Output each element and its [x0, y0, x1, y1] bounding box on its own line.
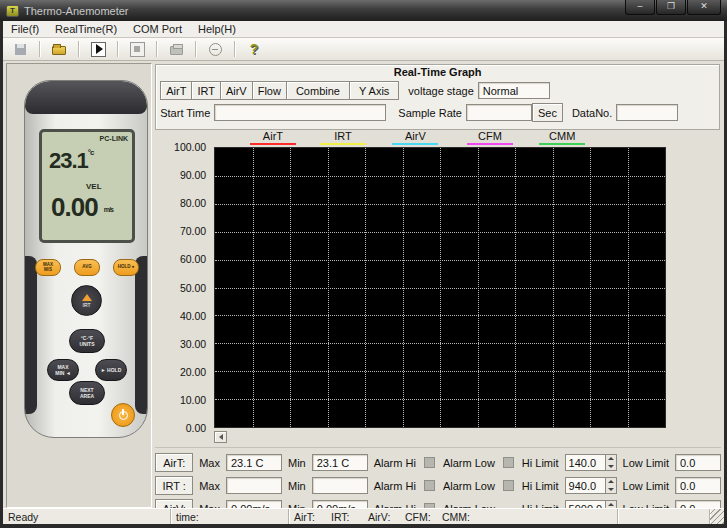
hi-limit-label: Hi Limit	[522, 480, 559, 492]
alarm-low-label: Alarm Low	[443, 480, 495, 492]
menu-help[interactable]: Help(H)	[190, 22, 244, 36]
menu-file[interactable]: File(f)	[3, 22, 47, 36]
graph-panel: Real-Time Graph AirT IRT AirV Flow Combi…	[154, 63, 722, 508]
save-button[interactable]	[7, 40, 33, 59]
y-axis-tick: 50.00	[180, 282, 206, 294]
irt-alarm-hi-led	[424, 480, 435, 491]
datano-label: DataNo.	[572, 107, 612, 119]
sample-rate-field[interactable]	[466, 104, 532, 121]
datano-field[interactable]	[616, 104, 678, 121]
sample-rate-label: Sample Rate	[398, 107, 462, 119]
device-units-button: °C·°F UNITS	[69, 329, 105, 353]
grid-line-horizontal	[215, 232, 665, 233]
y-axis-tick: 20.00	[180, 366, 206, 378]
grid-line-horizontal	[215, 399, 665, 400]
toolbar-separator	[78, 41, 79, 57]
title-bar[interactable]: T Thermo-Anemometer – ❐ ✕	[0, 0, 727, 21]
start-time-field[interactable]	[214, 104, 386, 121]
zoom-out-icon	[209, 43, 222, 56]
status-blank	[618, 509, 710, 524]
spin-up-icon[interactable]	[606, 478, 616, 486]
combine-button[interactable]: Combine	[286, 81, 350, 100]
status-meters: AirT:IRT:AirV:CFM:CMM:	[289, 509, 618, 524]
minimize-button[interactable]: –	[625, 0, 655, 15]
flow-tab-button[interactable]: Flow	[252, 81, 287, 100]
airt-tab-button[interactable]: AirT	[160, 81, 192, 100]
airv-low-limit-field[interactable]: 0.0	[675, 500, 721, 508]
device-lcd: PC-LINK 23.1°c VEL 0.00 m/s	[39, 129, 135, 243]
spin-up-icon[interactable]	[606, 455, 616, 463]
y-axis-button[interactable]: Y Axis	[349, 81, 399, 100]
open-button[interactable]	[46, 40, 72, 59]
close-button[interactable]: ✕	[687, 0, 721, 15]
voltage-stage-field[interactable]: Normal	[478, 82, 550, 99]
device-panel: PC-LINK 23.1°c VEL 0.00 m/s MAX M/S AVG …	[6, 63, 152, 508]
alarm-hi-label: Alarm Hi	[374, 503, 416, 509]
device-body: PC-LINK 23.1°c VEL 0.00 m/s MAX M/S AVG …	[24, 80, 148, 438]
lcd-pclink-label: PC-LINK	[100, 135, 128, 142]
toolbar: ?	[3, 38, 724, 61]
sec-button[interactable]: Sec	[532, 103, 563, 122]
airt-hi-limit-spinner[interactable]: 140.0	[565, 454, 617, 471]
menu-com-port[interactable]: COM Port	[125, 22, 190, 36]
start-button[interactable]	[85, 40, 111, 59]
irt-min-field	[312, 477, 368, 494]
help-button[interactable]: ?	[241, 40, 267, 59]
zoom-out-button[interactable]	[202, 40, 228, 59]
device-maxmin-button: MAX MIN ◄	[47, 359, 79, 381]
status-meter-cmm: CMM:	[442, 511, 479, 523]
stop-icon	[130, 42, 145, 57]
irt-row-button[interactable]: IRT :	[155, 476, 193, 495]
y-axis-tick: 60.00	[180, 253, 206, 265]
airv-hi-limit-spinner[interactable]: 5900.0	[565, 500, 617, 508]
airt-low-limit-field[interactable]: 0.0	[675, 454, 721, 471]
device-image: PC-LINK 23.1°c VEL 0.00 m/s MAX M/S AVG …	[24, 80, 148, 438]
airv-row: AirV: Max 0.00m/s Min 0.00m/s Alarm Hi A…	[155, 497, 721, 508]
airt-alarm-low-led	[503, 457, 514, 468]
print-button[interactable]	[163, 40, 189, 59]
grid-line-horizontal	[215, 288, 665, 289]
y-axis-tick: 70.00	[180, 225, 206, 237]
scroll-left-button[interactable]	[214, 431, 227, 443]
hi-limit-label: Hi Limit	[522, 457, 559, 469]
grid-line-horizontal	[215, 176, 665, 177]
save-icon	[15, 44, 26, 55]
grid-line-horizontal	[215, 204, 665, 205]
stop-button[interactable]	[124, 40, 150, 59]
chart-plot-area	[214, 147, 666, 428]
maximize-button[interactable]: ❐	[656, 0, 686, 15]
resize-grip[interactable]	[710, 509, 724, 524]
spin-down-icon[interactable]	[606, 463, 616, 471]
legend-color-bar	[250, 143, 296, 145]
chart-legend: AirTIRTAirVCFMCMM	[214, 130, 666, 146]
menu-bar: File(f) RealTime(R) COM Port Help(H)	[3, 21, 724, 38]
app-window: T Thermo-Anemometer – ❐ ✕ File(f) RealTi…	[0, 0, 727, 528]
legend-color-bar	[539, 143, 585, 145]
measurement-rows: AirT: Max 23.1 C Min 23.1 C Alarm Hi Ala…	[155, 447, 721, 508]
airv-row-button[interactable]: AirV:	[155, 499, 193, 508]
device-power-button	[111, 403, 135, 427]
y-axis-tick: 10.00	[180, 394, 206, 406]
airt-row-button[interactable]: AirT:	[155, 453, 193, 472]
graph-header-box: Real-Time Graph AirT IRT AirV Flow Combi…	[155, 64, 720, 130]
status-meter-airv: AirV:	[368, 511, 405, 523]
status-meter-cfm: CFM:	[405, 511, 442, 523]
spin-up-icon[interactable]	[606, 501, 616, 508]
irt-hi-limit-spinner[interactable]: 940.0	[565, 477, 617, 494]
print-icon	[170, 46, 183, 55]
status-bar: Ready time: AirT:IRT:AirV:CFM:CMM:	[3, 508, 724, 524]
irt-max-field	[226, 477, 282, 494]
airv-alarm-hi-led	[424, 503, 435, 508]
airt-min-field: 23.1 C	[312, 454, 368, 471]
irt-tab-button[interactable]: IRT	[191, 81, 221, 100]
airv-tab-button[interactable]: AirV	[220, 81, 253, 100]
irt-low-limit-field[interactable]: 0.0	[675, 477, 721, 494]
status-meter-irt: IRT:	[331, 511, 368, 523]
spin-down-icon[interactable]	[606, 486, 616, 494]
irt-row: IRT : Max Min Alarm Hi Alarm Low Hi Limi…	[155, 474, 721, 497]
airv-min-field: 0.00m/s	[312, 500, 368, 508]
scroll-left-icon	[219, 434, 223, 440]
menu-realtime[interactable]: RealTime(R)	[47, 22, 125, 36]
voltage-stage-label: voltage stage	[408, 85, 473, 97]
toolbar-separator	[39, 41, 40, 57]
